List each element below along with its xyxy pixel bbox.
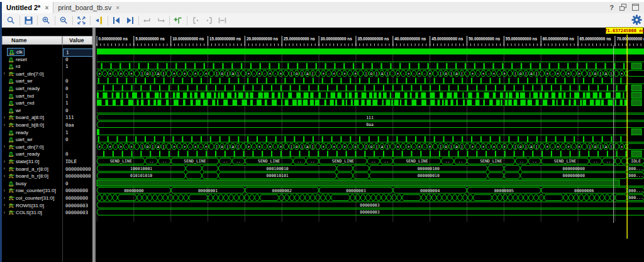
expand-arrow-icon[interactable]: › (2, 188, 7, 193)
signal-value-cell[interactable]: 00000000 (63, 195, 92, 202)
expand-arrow-icon[interactable]: › (2, 203, 7, 208)
signal-value-cell[interactable]: 00000003 (63, 202, 92, 209)
add-marker-button[interactable] (172, 14, 185, 26)
signal-value-cell[interactable]: 0aa (63, 122, 92, 128)
signal-name-box[interactable]: uart_rxd (7, 100, 35, 106)
signal-name-box[interactable]: col_counter[31:0] (7, 195, 55, 202)
signal-value-cell[interactable] (63, 71, 92, 77)
signal-row-row-counter310[interactable]: ›row_counter[31:0]00000000 (2, 187, 92, 194)
cursor-time-label[interactable]: 71.637245000 ns (606, 27, 643, 34)
signal-row-uart-wr[interactable]: uart_wr0 (2, 136, 92, 143)
go-to-cursor-button[interactable] (92, 14, 106, 26)
signal-value-cell[interactable]: 0 (63, 136, 92, 143)
zoom-out-button[interactable] (57, 14, 70, 26)
signal-row-board-a-r80[interactable]: ›board_a_r[8:0]000000000 (2, 166, 92, 173)
signal-row-uart-din70[interactable]: ›uart_din[7:0] (2, 144, 92, 151)
signal-value-cell[interactable]: 0 (63, 56, 92, 63)
previous-transition-button[interactable] (110, 14, 123, 26)
wave-row-busy[interactable] (97, 180, 644, 186)
zoom-fit-button[interactable] (75, 14, 88, 26)
signal-name-box[interactable]: row_counter[31:0] (7, 187, 57, 194)
signal-row-uart-ready[interactable]: uart_ready0 (2, 151, 92, 157)
signal-value-cell[interactable]: 1 (63, 93, 92, 100)
search-button[interactable] (4, 14, 18, 26)
signal-row-uart-txd[interactable]: uart_txd1 (2, 93, 92, 100)
value-column-header[interactable]: Value (62, 36, 92, 45)
signal-row-uart-rxd[interactable]: uart_rxd1 (2, 100, 92, 106)
signal-row-board-b-r80[interactable]: ›board_b_r[8:0]000000000 (2, 173, 92, 179)
tab-untitled[interactable]: Untitled 2* × (2, 2, 53, 13)
signal-name-box[interactable]: uart_ready (7, 85, 41, 92)
signal-value-cell[interactable]: 0 (63, 85, 92, 92)
signal-value-cell[interactable] (63, 144, 92, 151)
signal-row-rd[interactable]: rd1 (2, 63, 92, 70)
signal-name-box[interactable]: uart_ready (7, 151, 41, 157)
signal-row-col-counter310[interactable]: ›col_counter[31:0]00000000 (2, 195, 92, 202)
signal-name-box[interactable]: reset (7, 56, 28, 63)
expand-arrow-icon[interactable]: › (2, 144, 7, 149)
signal-name-box[interactable]: ROWS[31:0] (7, 202, 45, 209)
signal-row-ROWS310[interactable]: ›ROWS[31:0]00000003 (2, 202, 92, 209)
zoom-in-button[interactable] (40, 14, 53, 26)
wave-row-uart-din70[interactable]: +-+-+-+|o|a|+-+-+-+|o|a|+-+-+-+|o|a|+-+-… (97, 71, 644, 77)
wave-row-clk[interactable] (97, 48, 644, 55)
signal-value-cell[interactable]: 0 (63, 151, 92, 157)
expand-arrow-icon[interactable]: › (2, 115, 7, 120)
signal-name-box[interactable]: uart_txd (7, 93, 35, 100)
signal-value-cell[interactable]: 1 (63, 63, 92, 70)
expand-arrow-icon[interactable]: › (2, 196, 7, 201)
signal-name-box[interactable]: ready (7, 129, 30, 136)
settings-gear-icon[interactable] (631, 14, 642, 28)
signal-value-cell[interactable]: 00000003 (63, 209, 92, 216)
signal-value-cell[interactable]: 000000000 (63, 166, 92, 173)
expand-arrow-icon[interactable]: › (2, 71, 7, 76)
signal-name-box[interactable]: board_b[8:0] (7, 122, 45, 128)
signal-name-box[interactable]: state[31:0] (7, 158, 40, 165)
waveform-area[interactable]: 0.000000000 ns5.000000000 ns10.000000000… (96, 28, 644, 262)
maximize-icon[interactable] (632, 2, 639, 13)
signal-value-cell[interactable]: 00000000 (63, 187, 92, 194)
expand-arrow-icon[interactable]: › (2, 166, 7, 171)
tab-close-icon[interactable]: × (45, 4, 48, 11)
signal-value-cell[interactable]: 1 (63, 100, 92, 106)
signal-value-cell[interactable]: 000000000 (63, 173, 92, 179)
expand-arrow-icon[interactable]: › (2, 174, 7, 179)
signal-value-cell[interactable]: 0 (63, 77, 92, 84)
signal-value-cell[interactable]: 0 (63, 107, 92, 114)
signal-name-box[interactable]: rd (7, 63, 21, 70)
waveform-canvas[interactable]: 0.000000000 ns5.000000000 ns10.000000000… (96, 28, 644, 262)
signal-name-box[interactable]: COLS[31:0] (7, 209, 43, 216)
signal-row-uart-wr[interactable]: uart_wr0 (2, 77, 92, 84)
signal-row-reset[interactable]: reset0 (2, 56, 92, 63)
save-waveform-button[interactable] (22, 14, 35, 26)
signal-name-box[interactable]: busy (7, 180, 28, 187)
signal-value-cell[interactable]: 111 (63, 114, 92, 121)
signal-row-state310[interactable]: ›state[31:0]IDLE (2, 158, 92, 165)
signal-name-box[interactable]: uart_wr (7, 136, 34, 143)
signal-name-box[interactable]: wr (7, 107, 22, 114)
wave-row-uart-txd[interactable] (97, 93, 641, 99)
signal-name-box[interactable]: clk (7, 48, 25, 56)
signal-value-cell[interactable]: 0 (63, 180, 92, 187)
signal-row-uart-ready[interactable]: uart_ready0 (2, 85, 92, 92)
name-column-header[interactable]: Name (2, 36, 62, 45)
help-icon[interactable]: ? (609, 4, 614, 11)
signal-row-board-b80[interactable]: ›board_b[8:0]0aa (2, 122, 92, 128)
signal-row-busy[interactable]: busy0 (2, 180, 92, 187)
tab-close-icon[interactable]: × (116, 4, 119, 11)
signal-row-clk[interactable]: clk1 (2, 48, 92, 55)
signal-name-box[interactable]: uart_din[7:0] (7, 144, 45, 151)
expand-arrow-icon[interactable]: › (2, 159, 7, 164)
signal-row-board-a80[interactable]: ›board_a[8:0]111 (2, 114, 92, 121)
signal-row-uart-din70[interactable]: ›uart_din[7:0] (2, 71, 92, 77)
float-window-icon[interactable] (619, 2, 626, 13)
expand-arrow-icon[interactable]: › (2, 123, 7, 128)
signal-row-COLS310[interactable]: ›COLS[31:0]00000003 (2, 209, 92, 216)
signal-row-wr[interactable]: wr0 (2, 107, 92, 114)
signal-name-box[interactable]: uart_wr (7, 77, 34, 84)
expand-arrow-icon[interactable]: › (2, 210, 7, 215)
wave-row-uart-din70[interactable]: +-+-+-+|o|a|+-+-+-+|o|a|+-+-+-+|o|a|+-+-… (97, 144, 644, 150)
signal-name-box[interactable]: uart_din[7:0] (7, 71, 45, 77)
tab-print-board-tb[interactable]: print_board_tb.sv × (53, 2, 124, 13)
signal-value-cell[interactable]: 1 (63, 129, 92, 136)
